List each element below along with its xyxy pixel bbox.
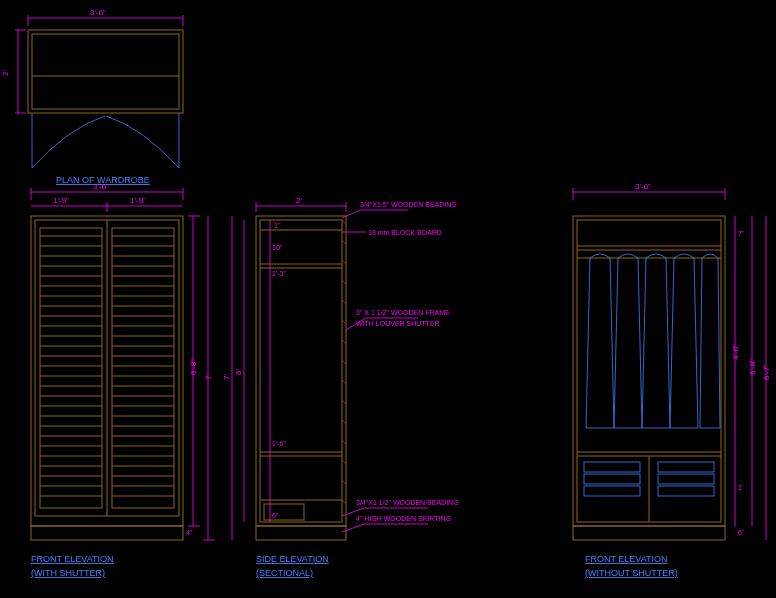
section-hatch	[342, 220, 346, 504]
svg-line-107	[342, 480, 346, 484]
fs-height: 6'-8"	[189, 359, 198, 375]
svg-rect-85	[260, 220, 342, 522]
svg-line-108	[342, 500, 346, 504]
svg-rect-7	[32, 34, 179, 109]
note-frame1: 3" X 1 1/2" WOODEN FRAME	[356, 309, 450, 316]
svg-rect-134	[584, 486, 640, 496]
svg-line-95	[342, 240, 346, 244]
note-block: 18 mm BLOCK BOARD	[368, 229, 442, 236]
svg-line-98	[342, 300, 346, 304]
svg-line-105	[342, 440, 346, 444]
side-oh: 7'	[222, 374, 231, 380]
svg-line-112	[342, 210, 360, 218]
svg-line-106	[342, 460, 346, 464]
side-shelf1b: 1'-3"	[272, 270, 286, 277]
fs-title2: (WITH SHUTTER)	[31, 568, 105, 578]
fn-skirt: 6"	[738, 529, 745, 536]
svg-rect-138	[573, 526, 725, 540]
side-h: 6'	[234, 369, 243, 375]
fs-skirt: 4"	[186, 529, 193, 536]
fs-title1: FRONT ELEVATION	[31, 554, 114, 564]
svg-rect-93	[256, 526, 346, 540]
plan-depth: 2'	[1, 70, 10, 76]
svg-rect-75	[31, 526, 183, 540]
plan-width: 3'-6"	[90, 8, 106, 17]
fn-title2: (WITHOUT SHUTTER)	[585, 568, 678, 578]
side-shelf1: 10"	[272, 244, 283, 251]
svg-line-96	[342, 260, 346, 264]
svg-rect-84	[256, 216, 346, 526]
svg-line-97	[342, 280, 346, 284]
fs-half-r: 1'-9"	[130, 196, 146, 205]
svg-rect-135	[658, 462, 714, 472]
fn-width: 3'-6"	[635, 182, 651, 191]
svg-rect-136	[658, 474, 714, 484]
note-beading-top: 3/4"X1.5" WOODEN BEADING	[360, 201, 457, 208]
fs-half-l: 1'-9"	[53, 196, 69, 205]
side-title1: SIDE ELEVATION	[256, 554, 329, 564]
fn-shelf: 1'	[738, 484, 743, 491]
side-title2: (SECTIONAL)	[256, 568, 313, 578]
fn-height: 6'-8"	[748, 359, 757, 375]
note-frame2: WITH LOUVER SHUTTER	[356, 320, 440, 327]
side-width: 2'	[296, 196, 302, 205]
svg-line-100	[342, 340, 346, 344]
svg-line-102	[342, 380, 346, 384]
fs-width: 3'-6"	[93, 182, 109, 191]
fn-overall: 6'-7"	[762, 364, 771, 380]
garments	[586, 254, 720, 428]
svg-rect-132	[584, 462, 640, 472]
note-skirt: 4" HIGH WOODEN SKIRTING	[356, 515, 451, 522]
svg-line-101	[342, 360, 346, 364]
svg-line-104	[342, 420, 346, 424]
svg-line-94	[342, 220, 346, 224]
svg-rect-133	[584, 474, 640, 484]
side-topgap: 1"	[274, 222, 281, 229]
svg-line-103	[342, 400, 346, 404]
svg-rect-6	[28, 30, 183, 113]
svg-line-99	[342, 320, 346, 324]
fn-top: 7"	[738, 230, 745, 237]
svg-line-119	[342, 524, 364, 532]
note-beading-bot: 3/4"X1 1/2" WOODEN BEADING	[356, 499, 459, 506]
fs-overall: 7'	[204, 374, 213, 380]
fn-title1: FRONT ELEVATION	[585, 554, 668, 564]
side-bshelf: 1'-6"	[272, 440, 286, 447]
fn-hang: 4'-6"	[731, 344, 740, 360]
svg-rect-137	[658, 486, 714, 496]
side-skirt-d: 6"	[272, 512, 279, 519]
